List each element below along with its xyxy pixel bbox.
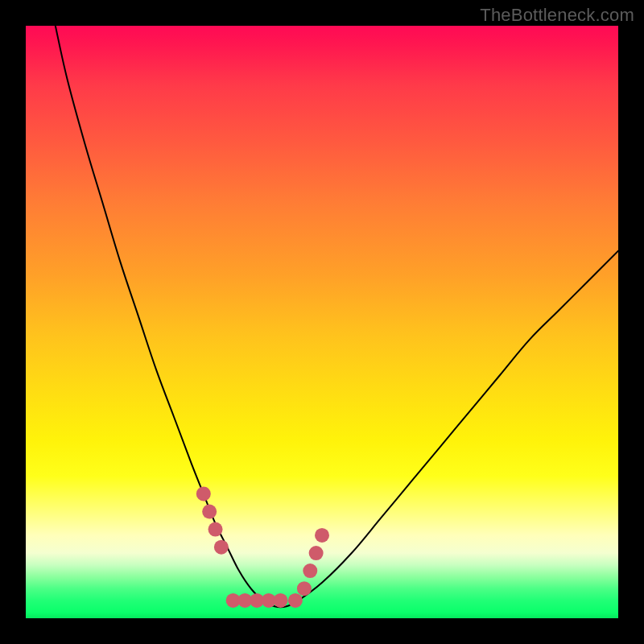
watermark-text: TheBottleneck.com xyxy=(480,5,634,26)
marker-dot xyxy=(208,522,223,537)
marker-dot xyxy=(202,505,217,519)
marker-dot xyxy=(297,581,312,596)
marker-dot xyxy=(315,528,329,543)
curve-markers xyxy=(196,486,329,607)
marker-dot xyxy=(196,486,211,501)
marker-dot xyxy=(214,540,229,555)
bottleneck-curve xyxy=(56,26,618,607)
chart-svg xyxy=(26,26,618,618)
marker-dot xyxy=(309,546,324,560)
marker-dot xyxy=(288,593,303,608)
plot-area xyxy=(26,26,618,618)
marker-dot xyxy=(303,564,317,578)
chart-frame: TheBottleneck.com xyxy=(0,0,644,644)
marker-dot xyxy=(273,593,287,608)
